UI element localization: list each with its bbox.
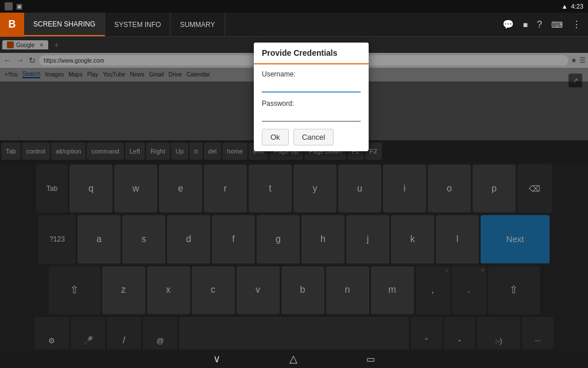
password-label: Password: (262, 99, 361, 108)
credentials-dialog: Provide Credentials Username: Password: … (254, 43, 369, 151)
password-input[interactable] (262, 110, 361, 122)
password-field: Password: (262, 99, 361, 122)
dialog-title: Provide Credentials (254, 43, 369, 64)
recent-button[interactable]: ▭ (366, 354, 375, 365)
tab-screen-sharing[interactable]: SCREEN SHARING (24, 13, 105, 36)
status-left-icons: ▣ (5, 2, 22, 10)
status-bar: ▣ ▲ 4:23 (0, 0, 588, 13)
logo: B (0, 13, 24, 37)
tablet-icon: ▣ (16, 2, 22, 10)
back-button[interactable]: ∨ (213, 352, 220, 365)
dialog-body: Username: Password: Ok Cancel (254, 64, 369, 151)
tab-summary[interactable]: SUMMARY (171, 13, 225, 36)
dialog-buttons: Ok Cancel (262, 129, 361, 145)
cancel-button[interactable]: Cancel (293, 129, 334, 145)
tab-system-info[interactable]: SYSTEM INFO (105, 13, 171, 36)
username-input[interactable] (262, 80, 361, 93)
wifi-icon: ▲ (562, 3, 568, 10)
status-right-info: ▲ 4:23 (562, 3, 583, 10)
nav-bar: B SCREEN SHARING SYSTEM INFO SUMMARY 💬 ■… (0, 13, 588, 37)
home-button[interactable]: △ (289, 352, 297, 365)
ok-button[interactable]: Ok (262, 129, 289, 145)
username-label: Username: (262, 70, 361, 78)
nav-tabs: SCREEN SHARING SYSTEM INFO SUMMARY (24, 13, 225, 36)
home-bar: ∨ △ ▭ (0, 350, 588, 368)
nav-right-icons: 💬 ■ ? ⌨ ⋮ (502, 19, 588, 30)
chat-icon[interactable]: 💬 (502, 19, 514, 30)
help-icon[interactable]: ? (537, 20, 542, 30)
stop-icon[interactable]: ■ (523, 20, 528, 29)
app-status-icon (5, 2, 13, 10)
keyboard-icon[interactable]: ⌨ (551, 20, 563, 29)
time-display: 4:23 (571, 3, 583, 10)
dialog-overlay: Provide Credentials Username: Password: … (0, 37, 588, 368)
username-field: Username: (262, 70, 361, 93)
more-icon[interactable]: ⋮ (572, 19, 581, 30)
